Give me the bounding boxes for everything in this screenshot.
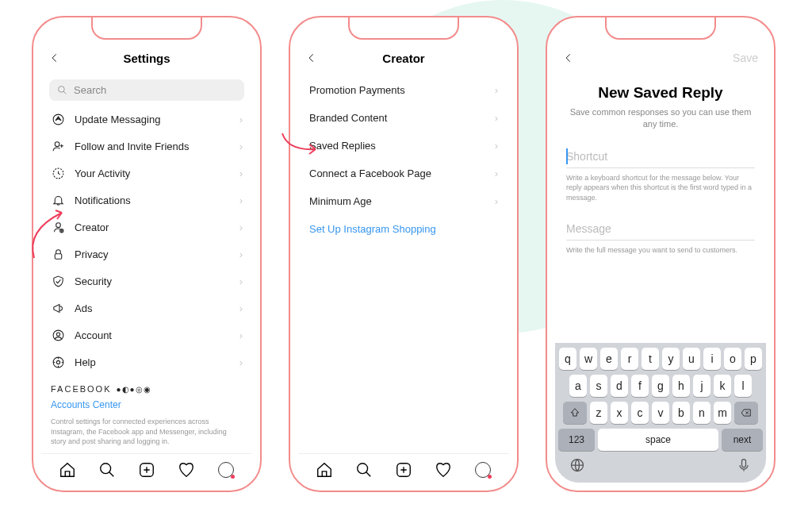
tab-activity[interactable] bbox=[177, 460, 196, 479]
save-button[interactable]: Save bbox=[726, 52, 758, 64]
profile-icon bbox=[218, 462, 234, 478]
key-f[interactable]: f bbox=[631, 375, 649, 397]
svg-point-14 bbox=[358, 464, 368, 474]
key-backspace[interactable] bbox=[734, 402, 758, 424]
settings-row-shield[interactable]: Security› bbox=[41, 267, 252, 294]
key-a[interactable]: a bbox=[569, 375, 587, 397]
settings-row-label: Privacy bbox=[75, 248, 230, 260]
tab-home[interactable] bbox=[58, 460, 77, 479]
settings-row-help[interactable]: Help› bbox=[41, 348, 252, 375]
settings-row-invite[interactable]: Follow and Invite Friends› bbox=[41, 133, 252, 160]
chevron-right-icon: › bbox=[495, 112, 498, 124]
header: Creator bbox=[298, 37, 509, 76]
heart-icon bbox=[435, 461, 452, 479]
key-q[interactable]: q bbox=[559, 348, 576, 370]
key-v[interactable]: v bbox=[652, 402, 669, 424]
phone-new-saved-reply: Save New Saved Reply Save common respons… bbox=[546, 16, 776, 492]
facebook-brand: FACEBOOK ●◐●◎◉ bbox=[51, 383, 243, 395]
key-w[interactable]: w bbox=[580, 348, 597, 370]
key-s[interactable]: s bbox=[590, 375, 607, 397]
chevron-right-icon: › bbox=[239, 248, 243, 260]
tab-bar bbox=[298, 453, 509, 483]
key-shift[interactable] bbox=[563, 402, 587, 424]
arrow-annotation-saved-replies bbox=[276, 125, 324, 165]
settings-row-activity[interactable]: Your Activity› bbox=[41, 160, 252, 187]
tab-home[interactable] bbox=[315, 460, 334, 479]
key-y[interactable]: y bbox=[662, 348, 680, 370]
key-next[interactable]: next bbox=[722, 429, 763, 451]
settings-row-label: Update Messaging bbox=[75, 114, 230, 125]
search-icon bbox=[57, 85, 67, 95]
settings-row-label: Your Activity bbox=[75, 167, 230, 179]
key-j[interactable]: j bbox=[693, 375, 710, 397]
tab-search[interactable] bbox=[354, 460, 373, 479]
tab-search[interactable] bbox=[98, 460, 117, 479]
chevron-left-icon bbox=[563, 52, 574, 64]
header: Save bbox=[555, 37, 766, 76]
creator-row[interactable]: Connect a Facebook Page› bbox=[298, 160, 509, 187]
creator-row[interactable]: Saved Replies› bbox=[298, 132, 509, 160]
chevron-right-icon: › bbox=[239, 194, 243, 206]
back-button[interactable] bbox=[49, 48, 65, 68]
svg-point-1 bbox=[53, 114, 63, 125]
message-input[interactable]: Message bbox=[566, 217, 755, 241]
tab-profile[interactable] bbox=[216, 460, 236, 479]
chevron-right-icon: › bbox=[239, 221, 243, 233]
svg-point-8 bbox=[56, 332, 59, 335]
key-p[interactable]: p bbox=[745, 348, 762, 370]
creator-row-label: Connect a Facebook Page bbox=[309, 167, 485, 179]
arrow-annotation-creator bbox=[22, 198, 78, 262]
tab-profile[interactable] bbox=[473, 460, 492, 479]
key-h[interactable]: h bbox=[672, 375, 690, 397]
key-l[interactable]: l bbox=[734, 375, 752, 397]
settings-row-label: Ads bbox=[75, 302, 230, 314]
svg-rect-17 bbox=[742, 460, 746, 468]
key-numbers[interactable]: 123 bbox=[558, 429, 595, 451]
chevron-right-icon: › bbox=[495, 140, 498, 152]
key-r[interactable]: r bbox=[621, 348, 638, 370]
nsr-title: New Saved Reply bbox=[569, 84, 752, 102]
creator-row[interactable]: Promotion Payments› bbox=[298, 76, 509, 104]
settings-row-label: Follow and Invite Friends bbox=[75, 140, 230, 152]
key-x[interactable]: x bbox=[611, 402, 628, 424]
key-space[interactable]: space bbox=[598, 429, 718, 451]
key-z[interactable]: z bbox=[590, 402, 607, 424]
key-n[interactable]: n bbox=[693, 402, 710, 424]
settings-row-messaging[interactable]: Update Messaging› bbox=[41, 106, 252, 133]
key-g[interactable]: g bbox=[652, 375, 669, 397]
tab-activity[interactable] bbox=[434, 460, 453, 479]
creator-list: Promotion Payments›Branded Content›Saved… bbox=[298, 76, 509, 453]
tab-create[interactable] bbox=[137, 460, 156, 479]
settings-row-ads[interactable]: Ads› bbox=[41, 294, 252, 321]
creator-row[interactable]: Minimum Age› bbox=[298, 187, 509, 215]
key-i[interactable]: i bbox=[703, 348, 721, 370]
key-m[interactable]: m bbox=[714, 402, 731, 424]
plus-icon bbox=[138, 461, 155, 479]
setup-shopping-link[interactable]: Set Up Instagram Shopping bbox=[298, 215, 509, 243]
chevron-right-icon: › bbox=[239, 275, 243, 287]
new-saved-reply-header: New Saved Reply Save common responses so… bbox=[555, 76, 766, 139]
brand-icons: ●◐●◎◉ bbox=[117, 384, 151, 395]
tab-create[interactable] bbox=[394, 460, 413, 479]
accounts-center-link[interactable]: Accounts Center bbox=[51, 398, 243, 412]
key-d[interactable]: d bbox=[611, 375, 628, 397]
key-c[interactable]: c bbox=[631, 402, 649, 424]
key-e[interactable]: e bbox=[600, 348, 618, 370]
search-input[interactable]: Search bbox=[49, 79, 244, 101]
creator-row[interactable]: Branded Content› bbox=[298, 104, 509, 132]
key-o[interactable]: o bbox=[724, 348, 741, 370]
key-mic[interactable] bbox=[736, 457, 752, 476]
settings-row-account[interactable]: Account› bbox=[41, 321, 252, 348]
key-u[interactable]: u bbox=[683, 348, 700, 370]
key-emoji[interactable] bbox=[569, 457, 585, 476]
creator-row-label: Minimum Age bbox=[309, 195, 485, 207]
shift-icon bbox=[569, 407, 580, 418]
back-button[interactable] bbox=[563, 48, 579, 68]
shortcut-input[interactable]: Shortcut bbox=[566, 145, 755, 168]
key-b[interactable]: b bbox=[672, 402, 690, 424]
search-icon bbox=[98, 461, 116, 479]
footer-description: Control settings for connected experienc… bbox=[51, 417, 243, 447]
key-k[interactable]: k bbox=[714, 375, 731, 397]
back-button[interactable] bbox=[306, 48, 322, 68]
key-t[interactable]: t bbox=[642, 348, 659, 370]
